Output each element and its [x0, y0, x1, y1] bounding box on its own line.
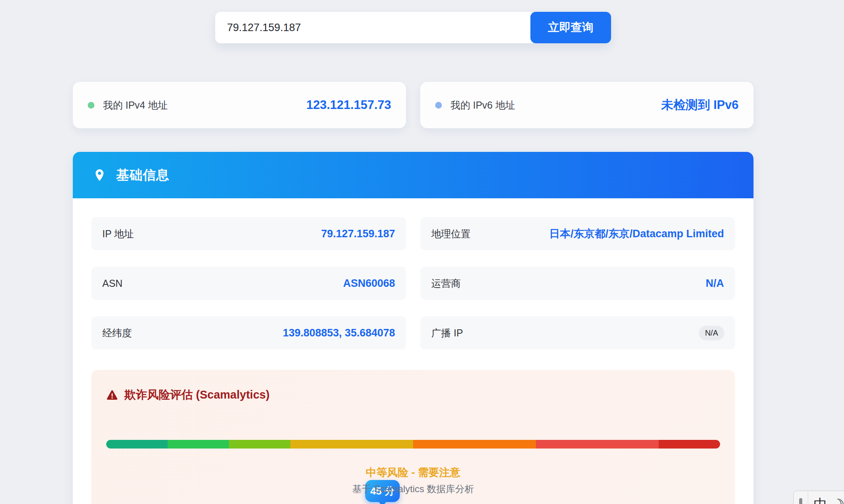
info-row-asn: ASN ASN60068 [91, 267, 406, 300]
info-row-broadcast-ip: 广播 IP N/A [420, 316, 735, 349]
search-input[interactable] [215, 12, 533, 43]
basic-info-panel: 基础信息 IP 地址 79.127.159.187 地理位置 日本/东京都/东京… [73, 152, 754, 504]
info-label: 经纬度 [102, 327, 132, 340]
ipv6-card-value: 未检测到 IPv6 [661, 97, 739, 113]
info-value: 79.127.159.187 [321, 228, 395, 240]
query-button[interactable]: 立即查询 [530, 12, 611, 43]
info-label: 运营商 [431, 277, 461, 290]
ipv6-card-label: 我的 IPv6 地址 [451, 99, 515, 112]
risk-bar: 45 分 [106, 440, 720, 449]
info-value: ASN60068 [343, 277, 395, 290]
info-row-carrier: 运营商 N/A [420, 267, 735, 300]
info-value: 日本/东京都/东京/Datacamp Limited [549, 227, 724, 241]
risk-level-text: 中等风险 - 需要注意 [91, 465, 735, 480]
info-label: 广播 IP [431, 327, 463, 340]
location-pin-icon [93, 169, 106, 181]
basic-info-title: 基础信息 [116, 166, 170, 184]
fraud-risk-title-row: 欺诈风险评估 (Scamalytics) [106, 387, 270, 403]
ipv4-card-label: 我的 IPv4 地址 [103, 99, 168, 112]
risk-source-text: 基于 Scamalytics 数据库分析 [91, 483, 735, 495]
ipv4-status-dot-icon [88, 102, 94, 109]
ipv4-card-value: 123.121.157.73 [307, 98, 392, 112]
info-label: 地理位置 [431, 227, 471, 240]
fraud-risk-title: 欺诈风险评估 (Scamalytics) [124, 387, 270, 403]
info-grid: IP 地址 79.127.159.187 地理位置 日本/东京都/东京/Data… [73, 198, 754, 349]
ipv4-card: 我的 IPv4 地址 123.121.157.73 [73, 82, 406, 128]
fraud-risk-panel: 欺诈风险评估 (Scamalytics) 45 分 中等风险 - 需要注意 基于… [91, 370, 735, 504]
info-value: N/A [706, 277, 724, 290]
na-badge: N/A [699, 326, 724, 340]
info-row-latlng: 经纬度 139.808853, 35.684078 [91, 316, 406, 349]
info-label: ASN [102, 278, 122, 289]
text-cursor-icon [799, 498, 802, 504]
ipv6-status-dot-icon [435, 102, 442, 109]
moon-halfwidth-icon[interactable]: ☽ [832, 497, 844, 504]
info-row-geolocation: 地理位置 日本/东京都/东京/Datacamp Limited [420, 217, 735, 250]
ime-mode-chinese[interactable]: 中 [814, 495, 827, 504]
info-label: IP 地址 [102, 227, 134, 240]
warning-triangle-icon [106, 389, 118, 401]
ime-toolbar[interactable]: 中 ☽ [793, 491, 844, 504]
ipv6-card: 我的 IPv6 地址 未检测到 IPv6 [420, 82, 754, 128]
basic-info-header: 基础信息 [73, 152, 754, 198]
ip-search-bar: 立即查询 [215, 12, 611, 43]
info-row-ip: IP 地址 79.127.159.187 [91, 217, 406, 250]
info-value: 139.808853, 35.684078 [283, 327, 395, 339]
ime-divider [808, 491, 808, 504]
